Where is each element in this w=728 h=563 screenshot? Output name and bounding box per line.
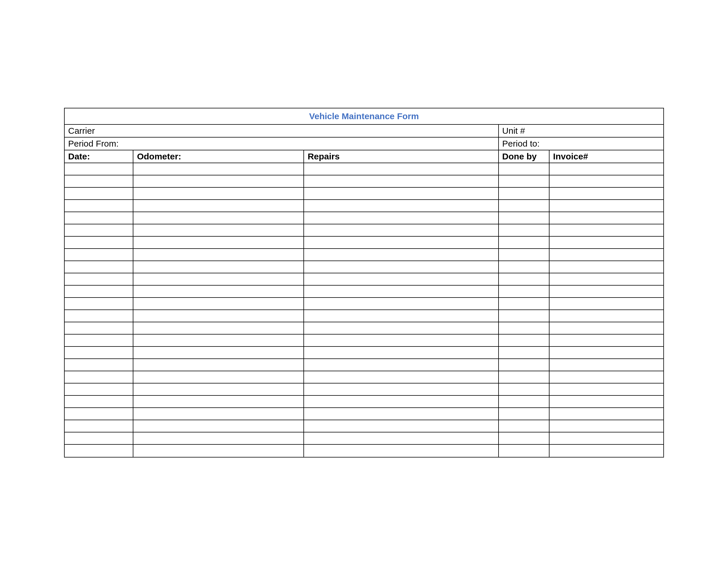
cell-odometer[interactable] (133, 322, 304, 334)
cell-repairs[interactable] (304, 286, 499, 297)
cell-invoice[interactable] (549, 200, 663, 211)
cell-date[interactable] (65, 408, 133, 420)
cell-date[interactable] (65, 163, 133, 175)
cell-repairs[interactable] (304, 175, 499, 187)
cell-odometer[interactable] (133, 335, 304, 346)
cell-date[interactable] (65, 212, 133, 224)
cell-repairs[interactable] (304, 384, 499, 395)
cell-date[interactable] (65, 359, 133, 371)
cell-odometer[interactable] (133, 175, 304, 187)
carrier-field[interactable]: Carrier (65, 125, 499, 137)
cell-date[interactable] (65, 445, 133, 457)
cell-invoice[interactable] (549, 224, 663, 236)
cell-invoice[interactable] (549, 359, 663, 371)
cell-date[interactable] (65, 433, 133, 444)
cell-odometer[interactable] (133, 396, 304, 407)
cell-date[interactable] (65, 249, 133, 260)
cell-repairs[interactable] (304, 335, 499, 346)
cell-doneby[interactable] (499, 322, 550, 334)
cell-doneby[interactable] (499, 286, 550, 297)
cell-repairs[interactable] (304, 322, 499, 334)
cell-doneby[interactable] (499, 445, 550, 457)
cell-repairs[interactable] (304, 298, 499, 310)
cell-odometer[interactable] (133, 408, 304, 420)
cell-odometer[interactable] (133, 286, 304, 297)
cell-date[interactable] (65, 310, 133, 322)
cell-invoice[interactable] (549, 335, 663, 346)
cell-repairs[interactable] (304, 420, 499, 432)
cell-doneby[interactable] (499, 261, 550, 273)
cell-odometer[interactable] (133, 249, 304, 260)
cell-invoice[interactable] (549, 445, 663, 457)
cell-repairs[interactable] (304, 347, 499, 359)
cell-invoice[interactable] (549, 384, 663, 395)
cell-doneby[interactable] (499, 335, 550, 346)
cell-invoice[interactable] (549, 273, 663, 285)
cell-odometer[interactable] (133, 433, 304, 444)
cell-date[interactable] (65, 335, 133, 346)
cell-odometer[interactable] (133, 359, 304, 371)
cell-invoice[interactable] (549, 371, 663, 383)
period-from-field[interactable]: Period From: (65, 137, 499, 150)
cell-date[interactable] (65, 200, 133, 211)
cell-repairs[interactable] (304, 359, 499, 371)
cell-repairs[interactable] (304, 224, 499, 236)
cell-odometer[interactable] (133, 384, 304, 395)
cell-odometer[interactable] (133, 347, 304, 359)
cell-repairs[interactable] (304, 261, 499, 273)
period-to-field[interactable]: Period to: (499, 137, 663, 150)
cell-repairs[interactable] (304, 249, 499, 260)
cell-invoice[interactable] (549, 249, 663, 260)
cell-invoice[interactable] (549, 188, 663, 199)
cell-doneby[interactable] (499, 371, 550, 383)
cell-doneby[interactable] (499, 420, 550, 432)
cell-invoice[interactable] (549, 286, 663, 297)
cell-date[interactable] (65, 273, 133, 285)
cell-doneby[interactable] (499, 384, 550, 395)
cell-date[interactable] (65, 224, 133, 236)
cell-odometer[interactable] (133, 212, 304, 224)
cell-invoice[interactable] (549, 396, 663, 407)
cell-odometer[interactable] (133, 420, 304, 432)
cell-invoice[interactable] (549, 310, 663, 322)
cell-repairs[interactable] (304, 273, 499, 285)
cell-repairs[interactable] (304, 163, 499, 175)
cell-odometer[interactable] (133, 310, 304, 322)
cell-invoice[interactable] (549, 408, 663, 420)
cell-repairs[interactable] (304, 188, 499, 199)
cell-invoice[interactable] (549, 175, 663, 187)
cell-doneby[interactable] (499, 188, 550, 199)
cell-invoice[interactable] (549, 322, 663, 334)
cell-odometer[interactable] (133, 163, 304, 175)
cell-repairs[interactable] (304, 371, 499, 383)
cell-invoice[interactable] (549, 347, 663, 359)
cell-invoice[interactable] (549, 236, 663, 248)
cell-doneby[interactable] (499, 310, 550, 322)
cell-odometer[interactable] (133, 261, 304, 273)
cell-repairs[interactable] (304, 433, 499, 444)
cell-odometer[interactable] (133, 224, 304, 236)
cell-doneby[interactable] (499, 347, 550, 359)
cell-date[interactable] (65, 396, 133, 407)
cell-repairs[interactable] (304, 212, 499, 224)
cell-date[interactable] (65, 236, 133, 248)
cell-doneby[interactable] (499, 273, 550, 285)
cell-odometer[interactable] (133, 188, 304, 199)
cell-doneby[interactable] (499, 433, 550, 444)
cell-doneby[interactable] (499, 408, 550, 420)
cell-date[interactable] (65, 188, 133, 199)
cell-date[interactable] (65, 347, 133, 359)
cell-odometer[interactable] (133, 200, 304, 211)
cell-doneby[interactable] (499, 396, 550, 407)
cell-repairs[interactable] (304, 408, 499, 420)
cell-date[interactable] (65, 384, 133, 395)
cell-date[interactable] (65, 298, 133, 310)
cell-doneby[interactable] (499, 236, 550, 248)
cell-doneby[interactable] (499, 175, 550, 187)
cell-doneby[interactable] (499, 200, 550, 211)
cell-date[interactable] (65, 371, 133, 383)
cell-repairs[interactable] (304, 396, 499, 407)
cell-odometer[interactable] (133, 273, 304, 285)
cell-repairs[interactable] (304, 445, 499, 457)
cell-odometer[interactable] (133, 298, 304, 310)
